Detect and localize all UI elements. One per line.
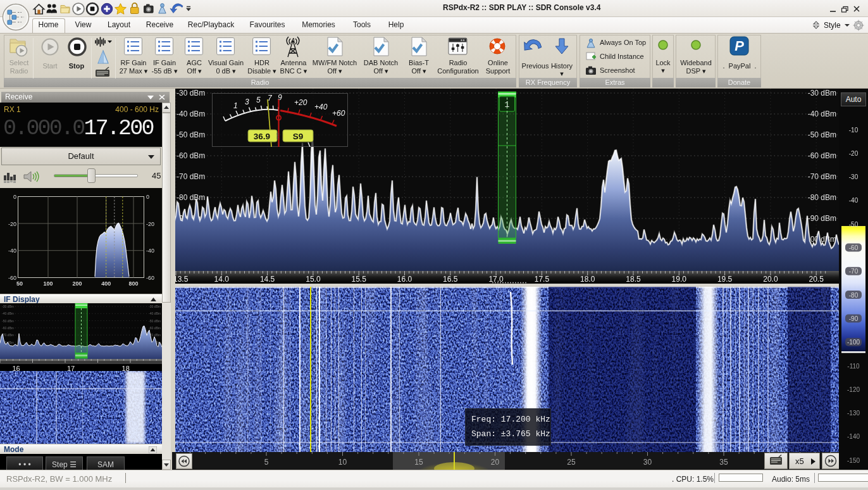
svg-text:A: A bbox=[290, 37, 295, 44]
svg-text:S9: S9 bbox=[293, 132, 304, 141]
svg-text:17.0: 17.0 bbox=[488, 275, 504, 284]
svg-text:-10: -10 bbox=[849, 127, 859, 134]
svg-text:13.5: 13.5 bbox=[175, 275, 189, 284]
svg-text:+20: +20 bbox=[294, 98, 307, 107]
svg-text:0: 0 bbox=[146, 194, 149, 200]
svg-text:-30 dBm: -30 dBm bbox=[177, 89, 205, 97]
svg-text:19.5: 19.5 bbox=[717, 275, 733, 284]
svg-text:0: 0 bbox=[13, 194, 16, 200]
svg-text:-50 dBm: -50 dBm bbox=[177, 130, 205, 139]
svg-text:-40 dBm: -40 dBm bbox=[2, 311, 14, 315]
svg-text:5: 5 bbox=[264, 458, 269, 467]
svg-text:400: 400 bbox=[101, 280, 111, 287]
svg-text:-40: -40 bbox=[8, 248, 16, 254]
svg-text:-50 dBm: -50 dBm bbox=[808, 130, 836, 139]
svg-text:-140: -140 bbox=[847, 433, 860, 440]
svg-text:-60 dBm: -60 dBm bbox=[808, 151, 836, 160]
svg-text:-30 dBm: -30 dBm bbox=[2, 305, 14, 308]
svg-text:-80: -80 bbox=[849, 292, 859, 299]
svg-text:-70: -70 bbox=[849, 268, 859, 275]
svg-text:-60 dBm: -60 dBm bbox=[2, 326, 14, 330]
svg-text:-90 dBm: -90 dBm bbox=[808, 214, 836, 223]
svg-text:5: 5 bbox=[256, 96, 261, 104]
svg-text:18.5: 18.5 bbox=[626, 275, 641, 284]
svg-text:50: 50 bbox=[16, 280, 23, 287]
svg-text:-80 dBm: -80 dBm bbox=[808, 193, 836, 202]
svg-text:-60 dBm: -60 dBm bbox=[177, 151, 205, 160]
svg-text:-20: -20 bbox=[146, 221, 154, 227]
svg-text:15: 15 bbox=[414, 458, 423, 467]
svg-text:-110: -110 bbox=[847, 363, 860, 370]
svg-text:P: P bbox=[735, 38, 744, 54]
svg-text:Style: Style bbox=[824, 21, 841, 30]
svg-text:19.0: 19.0 bbox=[672, 275, 687, 284]
svg-text:800: 800 bbox=[128, 280, 138, 287]
svg-text:-130: -130 bbox=[847, 410, 860, 417]
svg-text:-40: -40 bbox=[849, 197, 859, 204]
svg-text:1: 1 bbox=[233, 101, 238, 110]
svg-text:-60 dBm: -60 dBm bbox=[149, 326, 161, 330]
svg-text:-40 dBm: -40 dBm bbox=[808, 110, 836, 118]
svg-text:-90: -90 bbox=[849, 315, 859, 322]
svg-text:15.5: 15.5 bbox=[352, 275, 367, 284]
svg-text:35: 35 bbox=[719, 458, 728, 467]
svg-text:100: 100 bbox=[43, 280, 53, 287]
svg-text:+60: +60 bbox=[332, 109, 345, 118]
svg-text:-50 dBm: -50 dBm bbox=[2, 319, 14, 323]
svg-text:-60: -60 bbox=[146, 275, 154, 281]
svg-text:-70 dBm: -70 dBm bbox=[808, 172, 836, 181]
svg-text:-80 dBm: -80 dBm bbox=[177, 193, 205, 202]
svg-text:-50: -50 bbox=[849, 221, 859, 228]
svg-text:14.5: 14.5 bbox=[260, 275, 275, 284]
svg-text:-30 dBm: -30 dBm bbox=[808, 89, 836, 97]
svg-text:16.5: 16.5 bbox=[443, 275, 458, 284]
svg-text:25: 25 bbox=[567, 458, 576, 467]
svg-text:20: 20 bbox=[491, 458, 500, 467]
svg-text:-20: -20 bbox=[8, 221, 16, 227]
svg-text:17.5: 17.5 bbox=[535, 275, 550, 284]
svg-text:200: 200 bbox=[72, 280, 82, 287]
svg-text:-40: -40 bbox=[146, 248, 154, 254]
svg-text:-70 dBm: -70 dBm bbox=[177, 172, 205, 181]
svg-text:30: 30 bbox=[643, 458, 652, 467]
svg-text:-100: -100 bbox=[847, 339, 860, 346]
svg-text:SNR: SNR bbox=[276, 132, 280, 139]
svg-text:-30 dBm: -30 dBm bbox=[149, 305, 161, 308]
svg-text:18.0: 18.0 bbox=[580, 275, 595, 284]
svg-text:-50 dBm: -50 dBm bbox=[149, 319, 161, 323]
svg-text:-120: -120 bbox=[847, 386, 860, 393]
svg-text:-30: -30 bbox=[849, 173, 859, 180]
svg-text:14.0: 14.0 bbox=[214, 275, 230, 284]
svg-text:-150: -150 bbox=[847, 457, 860, 464]
svg-text:-20: -20 bbox=[849, 150, 859, 157]
svg-text:10: 10 bbox=[338, 458, 347, 467]
svg-text:15.0: 15.0 bbox=[306, 275, 321, 284]
svg-text:-60: -60 bbox=[8, 275, 16, 281]
svg-text:20.0: 20.0 bbox=[763, 275, 778, 284]
svg-text:-60: -60 bbox=[849, 244, 859, 251]
svg-text:36.9: 36.9 bbox=[254, 132, 270, 141]
svg-text:-70 dBm: -70 dBm bbox=[2, 333, 14, 337]
svg-text:20.5: 20.5 bbox=[809, 275, 824, 284]
svg-text:3: 3 bbox=[245, 97, 249, 106]
svg-text:-40 dBm: -40 dBm bbox=[149, 311, 161, 315]
svg-text:-40 dBm: -40 dBm bbox=[177, 110, 205, 118]
svg-text:16.0: 16.0 bbox=[397, 275, 412, 284]
svg-text:+40: +40 bbox=[314, 103, 328, 111]
